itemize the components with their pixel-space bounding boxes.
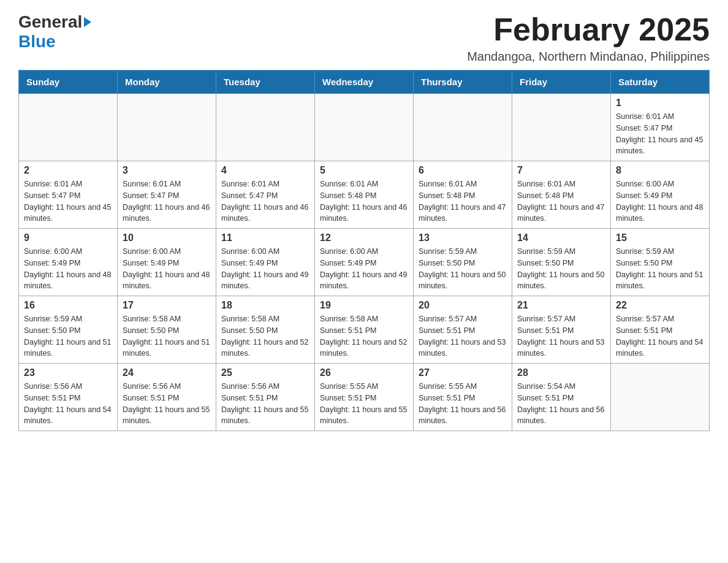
logo-general-text: General [18, 12, 82, 32]
day-info: Sunrise: 6:00 AMSunset: 5:49 PMDaylight:… [123, 246, 211, 292]
calendar-day-cell [611, 364, 710, 431]
day-number: 21 [517, 300, 605, 311]
day-info: Sunrise: 5:54 AMSunset: 5:51 PMDaylight:… [517, 381, 605, 427]
calendar-day-cell: 10Sunrise: 6:00 AMSunset: 5:49 PMDayligh… [118, 229, 216, 296]
calendar-day-cell: 24Sunrise: 5:56 AMSunset: 5:51 PMDayligh… [118, 364, 216, 431]
day-number: 19 [320, 300, 408, 311]
location-subtitle: Mandangoa, Northern Mindanao, Philippine… [467, 50, 710, 64]
calendar-day-cell: 21Sunrise: 5:57 AMSunset: 5:51 PMDayligh… [512, 296, 611, 364]
day-info: Sunrise: 6:01 AMSunset: 5:47 PMDaylight:… [123, 178, 211, 224]
day-info: Sunrise: 6:00 AMSunset: 5:49 PMDaylight:… [221, 246, 309, 292]
calendar-header-monday: Monday [118, 71, 216, 94]
calendar-week-row: 2Sunrise: 6:01 AMSunset: 5:47 PMDaylight… [19, 161, 710, 229]
day-number: 20 [419, 300, 507, 311]
day-info: Sunrise: 5:58 AMSunset: 5:50 PMDaylight:… [221, 313, 309, 359]
day-info: Sunrise: 5:57 AMSunset: 5:51 PMDaylight:… [419, 313, 507, 359]
calendar-day-cell: 20Sunrise: 5:57 AMSunset: 5:51 PMDayligh… [414, 296, 512, 364]
day-number: 12 [320, 232, 408, 243]
calendar-day-cell: 16Sunrise: 5:59 AMSunset: 5:50 PMDayligh… [19, 296, 118, 364]
day-number: 7 [517, 165, 605, 176]
calendar-day-cell: 1Sunrise: 6:01 AMSunset: 5:47 PMDaylight… [611, 94, 710, 161]
day-info: Sunrise: 5:57 AMSunset: 5:51 PMDaylight:… [517, 313, 605, 359]
day-info: Sunrise: 6:00 AMSunset: 5:49 PMDaylight:… [24, 246, 112, 292]
day-number: 24 [123, 367, 211, 378]
calendar-header-saturday: Saturday [611, 71, 710, 94]
day-info: Sunrise: 6:01 AMSunset: 5:48 PMDaylight:… [517, 178, 605, 224]
day-info: Sunrise: 5:56 AMSunset: 5:51 PMDaylight:… [123, 381, 211, 427]
calendar-day-cell: 17Sunrise: 5:58 AMSunset: 5:50 PMDayligh… [118, 296, 216, 364]
calendar-day-cell: 14Sunrise: 5:59 AMSunset: 5:50 PMDayligh… [512, 229, 611, 296]
calendar-day-cell: 8Sunrise: 6:00 AMSunset: 5:49 PMDaylight… [611, 161, 710, 229]
day-number: 1 [616, 98, 704, 109]
day-number: 8 [616, 165, 704, 176]
calendar-day-cell [216, 94, 315, 161]
day-number: 14 [517, 232, 605, 243]
calendar-day-cell [315, 94, 414, 161]
calendar-day-cell [19, 94, 118, 161]
calendar-day-cell: 18Sunrise: 5:58 AMSunset: 5:50 PMDayligh… [216, 296, 315, 364]
day-number: 2 [24, 165, 112, 176]
day-number: 23 [24, 367, 112, 378]
day-number: 26 [320, 367, 408, 378]
day-info: Sunrise: 5:57 AMSunset: 5:51 PMDaylight:… [616, 313, 704, 359]
day-number: 4 [221, 165, 309, 176]
day-info: Sunrise: 6:00 AMSunset: 5:49 PMDaylight:… [320, 246, 408, 292]
title-section: February 2025 Mandangoa, Northern Mindan… [467, 12, 710, 64]
day-info: Sunrise: 5:58 AMSunset: 5:50 PMDaylight:… [123, 313, 211, 359]
calendar-day-cell: 9Sunrise: 6:00 AMSunset: 5:49 PMDaylight… [19, 229, 118, 296]
day-info: Sunrise: 5:55 AMSunset: 5:51 PMDaylight:… [419, 381, 507, 427]
day-info: Sunrise: 6:01 AMSunset: 5:47 PMDaylight:… [221, 178, 309, 224]
day-number: 9 [24, 232, 112, 243]
calendar-week-row: 9Sunrise: 6:00 AMSunset: 5:49 PMDaylight… [19, 229, 710, 296]
day-info: Sunrise: 6:01 AMSunset: 5:47 PMDaylight:… [24, 178, 112, 224]
calendar-week-row: 1Sunrise: 6:01 AMSunset: 5:47 PMDaylight… [19, 94, 710, 161]
day-number: 10 [123, 232, 211, 243]
day-info: Sunrise: 6:01 AMSunset: 5:48 PMDaylight:… [419, 178, 507, 224]
calendar-header-friday: Friday [512, 71, 611, 94]
calendar-day-cell: 23Sunrise: 5:56 AMSunset: 5:51 PMDayligh… [19, 364, 118, 431]
calendar-day-cell: 2Sunrise: 6:01 AMSunset: 5:47 PMDaylight… [19, 161, 118, 229]
day-info: Sunrise: 6:01 AMSunset: 5:48 PMDaylight:… [320, 178, 408, 224]
day-info: Sunrise: 5:55 AMSunset: 5:51 PMDaylight:… [320, 381, 408, 427]
calendar-day-cell: 26Sunrise: 5:55 AMSunset: 5:51 PMDayligh… [315, 364, 414, 431]
page-header: General Blue February 2025 Mandangoa, No… [18, 12, 710, 64]
month-title: February 2025 [467, 12, 710, 47]
day-info: Sunrise: 5:59 AMSunset: 5:50 PMDaylight:… [616, 246, 704, 292]
logo-blue-text: Blue [18, 32, 56, 52]
calendar-header-sunday: Sunday [19, 71, 118, 94]
day-number: 17 [123, 300, 211, 311]
day-number: 22 [616, 300, 704, 311]
day-number: 16 [24, 300, 112, 311]
calendar-day-cell: 28Sunrise: 5:54 AMSunset: 5:51 PMDayligh… [512, 364, 611, 431]
calendar-day-cell: 7Sunrise: 6:01 AMSunset: 5:48 PMDaylight… [512, 161, 611, 229]
calendar-day-cell: 15Sunrise: 5:59 AMSunset: 5:50 PMDayligh… [611, 229, 710, 296]
calendar-day-cell [118, 94, 216, 161]
calendar-day-cell: 19Sunrise: 5:58 AMSunset: 5:51 PMDayligh… [315, 296, 414, 364]
calendar-day-cell: 5Sunrise: 6:01 AMSunset: 5:48 PMDaylight… [315, 161, 414, 229]
calendar-day-cell [414, 94, 512, 161]
calendar-day-cell: 11Sunrise: 6:00 AMSunset: 5:49 PMDayligh… [216, 229, 315, 296]
day-info: Sunrise: 5:59 AMSunset: 5:50 PMDaylight:… [419, 246, 507, 292]
calendar-header-tuesday: Tuesday [216, 71, 315, 94]
day-info: Sunrise: 6:01 AMSunset: 5:47 PMDaylight:… [616, 111, 704, 157]
day-info: Sunrise: 5:58 AMSunset: 5:51 PMDaylight:… [320, 313, 408, 359]
day-number: 5 [320, 165, 408, 176]
calendar-day-cell: 22Sunrise: 5:57 AMSunset: 5:51 PMDayligh… [611, 296, 710, 364]
logo: General Blue [18, 12, 91, 52]
day-info: Sunrise: 6:00 AMSunset: 5:49 PMDaylight:… [616, 178, 704, 224]
day-number: 6 [419, 165, 507, 176]
calendar-day-cell: 4Sunrise: 6:01 AMSunset: 5:47 PMDaylight… [216, 161, 315, 229]
calendar-week-row: 23Sunrise: 5:56 AMSunset: 5:51 PMDayligh… [19, 364, 710, 431]
day-number: 3 [123, 165, 211, 176]
calendar-header-wednesday: Wednesday [315, 71, 414, 94]
day-info: Sunrise: 5:56 AMSunset: 5:51 PMDaylight:… [24, 381, 112, 427]
day-number: 25 [221, 367, 309, 378]
day-info: Sunrise: 5:59 AMSunset: 5:50 PMDaylight:… [24, 313, 112, 359]
day-number: 18 [221, 300, 309, 311]
day-number: 28 [517, 367, 605, 378]
day-number: 27 [419, 367, 507, 378]
calendar-day-cell: 27Sunrise: 5:55 AMSunset: 5:51 PMDayligh… [414, 364, 512, 431]
calendar-week-row: 16Sunrise: 5:59 AMSunset: 5:50 PMDayligh… [19, 296, 710, 364]
calendar-day-cell: 6Sunrise: 6:01 AMSunset: 5:48 PMDaylight… [414, 161, 512, 229]
calendar-day-cell: 13Sunrise: 5:59 AMSunset: 5:50 PMDayligh… [414, 229, 512, 296]
